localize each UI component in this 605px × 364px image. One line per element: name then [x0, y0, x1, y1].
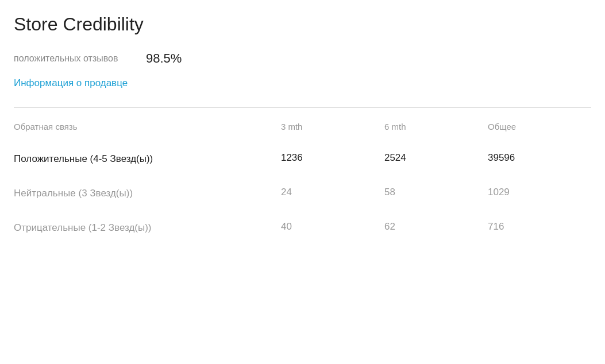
feedback-row-label: Положительные (4-5 Звезд(ы)) [14, 142, 281, 176]
feedback-row-total: 716 [488, 211, 591, 245]
credibility-value: 98.5% [146, 51, 182, 66]
feedback-row-6mth: 2524 [384, 142, 488, 176]
feedback-row-3mth: 40 [281, 211, 384, 245]
page-title: Store Credibility [14, 14, 591, 35]
feedback-row-3mth: 24 [281, 176, 384, 211]
table-row: Положительные (4-5 Звезд(ы))123625243959… [14, 142, 591, 176]
col-header-6mth: 6 mth [384, 108, 488, 142]
col-header-3mth: 3 mth [281, 108, 384, 142]
table-row: Отрицательные (1-2 Звезд(ы))4062716 [14, 211, 591, 245]
feedback-row-6mth: 62 [384, 211, 488, 245]
feedback-row-label: Отрицательные (1-2 Звезд(ы)) [14, 211, 281, 245]
table-row: Нейтральные (3 Звезд(ы))24581029 [14, 176, 591, 211]
feedback-row-total: 1029 [488, 176, 591, 211]
table-header-row: Обратная связь 3 mth 6 mth Общее [14, 108, 591, 142]
feedback-row-label: Нейтральные (3 Звезд(ы)) [14, 176, 281, 211]
feedback-table: Обратная связь 3 mth 6 mth Общее Положит… [14, 108, 591, 245]
feedback-row-3mth: 1236 [281, 142, 384, 176]
seller-info-link[interactable]: Информация о продавце [14, 78, 128, 89]
credibility-label: положительных отзывов [14, 53, 129, 64]
col-header-total: Общее [488, 108, 591, 142]
feedback-row-total: 39596 [488, 142, 591, 176]
credibility-row: положительных отзывов 98.5% [14, 51, 591, 66]
feedback-row-6mth: 58 [384, 176, 488, 211]
col-header-label: Обратная связь [14, 108, 281, 142]
